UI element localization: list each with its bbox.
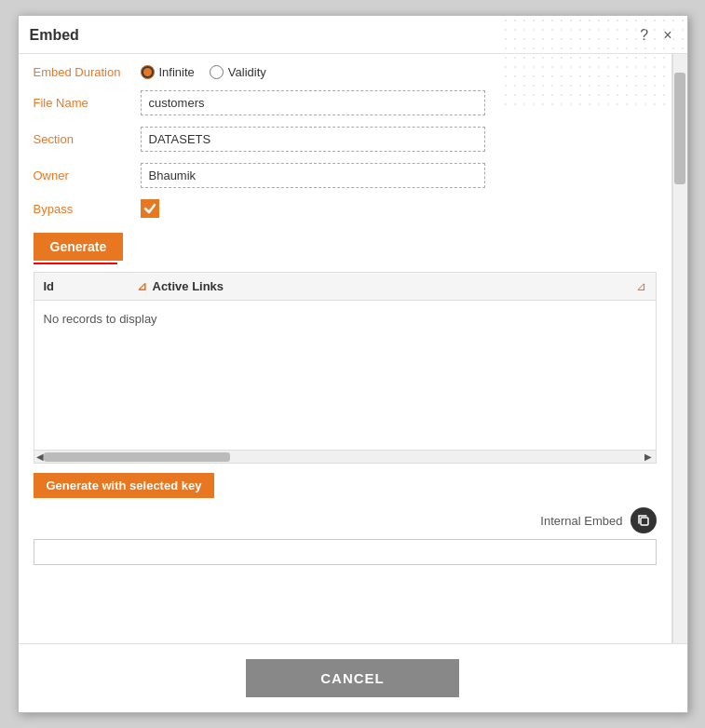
infinite-radio[interactable] bbox=[141, 65, 155, 79]
internal-embed-label: Internal Embed bbox=[540, 514, 622, 528]
file-name-input[interactable] bbox=[141, 90, 485, 115]
dialog-body: Embed Duration Infinite Validity File Na… bbox=[19, 54, 687, 643]
validity-radio-label[interactable]: Validity bbox=[210, 65, 266, 79]
embed-duration-label: Embed Duration bbox=[34, 65, 141, 79]
embed-url-box[interactable] bbox=[34, 539, 657, 565]
file-name-row: File Name bbox=[34, 90, 657, 115]
validity-radio[interactable] bbox=[210, 65, 224, 79]
col-links-header: ⊿ Active Links bbox=[137, 279, 636, 293]
dialog-title: Embed bbox=[30, 27, 637, 44]
svg-rect-0 bbox=[641, 518, 648, 525]
section-label: Section bbox=[34, 132, 141, 146]
generate-selected-button[interactable]: Generate with selected key bbox=[34, 473, 215, 498]
scroll-left-icon[interactable]: ◀ bbox=[36, 452, 44, 462]
infinite-radio-label[interactable]: Infinite bbox=[141, 65, 195, 79]
bypass-label: Bypass bbox=[34, 202, 141, 216]
h-scroll-thumb[interactable] bbox=[44, 452, 230, 462]
close-button[interactable]: × bbox=[659, 25, 675, 46]
scrollbar-thumb[interactable] bbox=[674, 73, 685, 184]
table-header: Id ⊿ Active Links ⊿ bbox=[34, 273, 656, 301]
bypass-row: Bypass bbox=[34, 199, 657, 218]
copy-embed-button[interactable] bbox=[630, 507, 657, 533]
col-id-header: Id bbox=[44, 279, 137, 293]
owner-input[interactable] bbox=[141, 163, 485, 188]
section-input[interactable] bbox=[141, 127, 485, 152]
dialog-header: Embed ? × bbox=[19, 16, 687, 54]
bypass-checkbox[interactable] bbox=[141, 199, 159, 218]
scroll-right-icon[interactable]: ▶ bbox=[644, 452, 652, 462]
help-button[interactable]: ? bbox=[636, 25, 652, 46]
table-filter-right-icon[interactable]: ⊿ bbox=[636, 279, 646, 293]
section-row: Section bbox=[34, 127, 657, 152]
active-links-table: Id ⊿ Active Links ⊿ No records to displa… bbox=[34, 272, 657, 464]
dialog-footer: CANCEL bbox=[19, 643, 687, 712]
header-icons: ? × bbox=[636, 25, 675, 46]
duration-radio-group: Infinite Validity bbox=[141, 65, 266, 79]
no-records-text: No records to display bbox=[44, 312, 157, 326]
file-name-label: File Name bbox=[34, 96, 141, 110]
table-body: No records to display bbox=[34, 301, 656, 450]
cancel-button[interactable]: CANCEL bbox=[246, 659, 459, 697]
horizontal-scrollbar[interactable]: ◀ ▶ bbox=[34, 450, 656, 463]
generate-button[interactable]: Generate bbox=[34, 233, 124, 261]
vertical-scrollbar[interactable] bbox=[672, 54, 687, 643]
embed-duration-row: Embed Duration Infinite Validity bbox=[34, 65, 657, 79]
embed-dialog: Embed ? × Embed Duration Infinite Validi… bbox=[18, 15, 688, 713]
generate-underline bbox=[34, 263, 117, 264]
owner-label: Owner bbox=[34, 169, 141, 182]
owner-row: Owner bbox=[34, 163, 657, 188]
filter-icon[interactable]: ⊿ bbox=[137, 279, 147, 293]
main-content: Embed Duration Infinite Validity File Na… bbox=[19, 54, 672, 643]
internal-embed-row: Internal Embed bbox=[34, 507, 657, 533]
